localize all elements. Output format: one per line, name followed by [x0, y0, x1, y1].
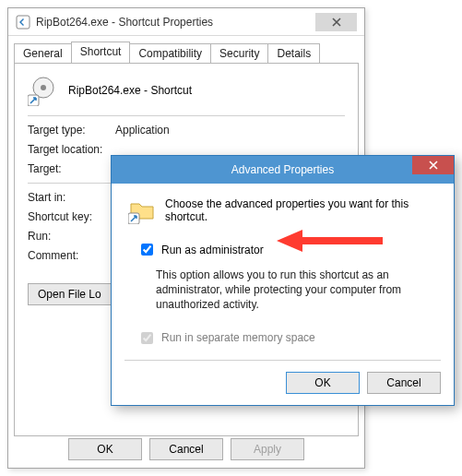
target-label: Target: — [28, 162, 115, 175]
window-icon — [16, 15, 30, 30]
comment-label: Comment: — [28, 249, 115, 262]
run-as-admin-checkbox[interactable] — [141, 244, 153, 256]
run-as-admin-description: This option allows you to run this short… — [156, 268, 428, 313]
cancel-button[interactable]: Cancel — [367, 372, 441, 394]
adv-dialog-buttons: OK Cancel — [286, 372, 441, 394]
run-label: Run: — [28, 230, 115, 243]
drive-shortcut-icon — [28, 75, 59, 106]
tab-security[interactable]: Security — [210, 43, 268, 64]
tab-general[interactable]: General — [14, 43, 72, 64]
target-type-label: Target type: — [28, 124, 115, 137]
target-type-value: Application — [115, 124, 170, 137]
close-icon[interactable] — [412, 156, 454, 174]
tab-compatibility[interactable]: Compatibility — [129, 43, 211, 64]
run-as-admin-label: Run as administrator — [161, 244, 264, 256]
shortcut-name: RipBot264.exe - Shortcut — [68, 84, 192, 97]
folder-shortcut-icon — [128, 196, 156, 224]
ok-button[interactable]: OK — [286, 372, 360, 394]
open-file-location-button[interactable]: Open File Lo — [28, 283, 112, 305]
adv-titlebar[interactable]: Advanced Properties — [112, 156, 454, 184]
separate-memory-row: Run in separate memory space — [137, 329, 437, 347]
tab-details[interactable]: Details — [267, 43, 320, 64]
close-icon[interactable] — [315, 13, 357, 31]
tab-strip: General Shortcut Compatibility Security … — [8, 36, 364, 63]
target-location-label: Target location: — [28, 143, 115, 156]
adv-window-title: Advanced Properties — [231, 163, 334, 176]
cancel-button[interactable]: Cancel — [149, 438, 223, 460]
separate-memory-label: Run in separate memory space — [161, 331, 315, 344]
choose-advanced-text: Choose the advanced properties you want … — [165, 197, 437, 223]
apply-button[interactable]: Apply — [231, 438, 304, 460]
tab-shortcut[interactable]: Shortcut — [71, 42, 131, 63]
svg-point-2 — [41, 85, 46, 90]
window-title: RipBot264.exe - Shortcut Properties — [36, 16, 213, 29]
titlebar[interactable]: RipBot264.exe - Shortcut Properties — [8, 8, 364, 36]
start-in-label: Start in: — [28, 191, 115, 204]
ok-button[interactable]: OK — [68, 438, 142, 460]
svg-rect-0 — [17, 16, 30, 29]
run-as-admin-row[interactable]: Run as administrator — [137, 241, 437, 258]
advanced-properties-window: Advanced Properties Choose the advanced … — [111, 155, 455, 406]
dialog-buttons: OK Cancel Apply — [8, 438, 364, 460]
shortcut-key-label: Shortcut key: — [28, 210, 115, 223]
separate-memory-checkbox — [141, 332, 153, 344]
